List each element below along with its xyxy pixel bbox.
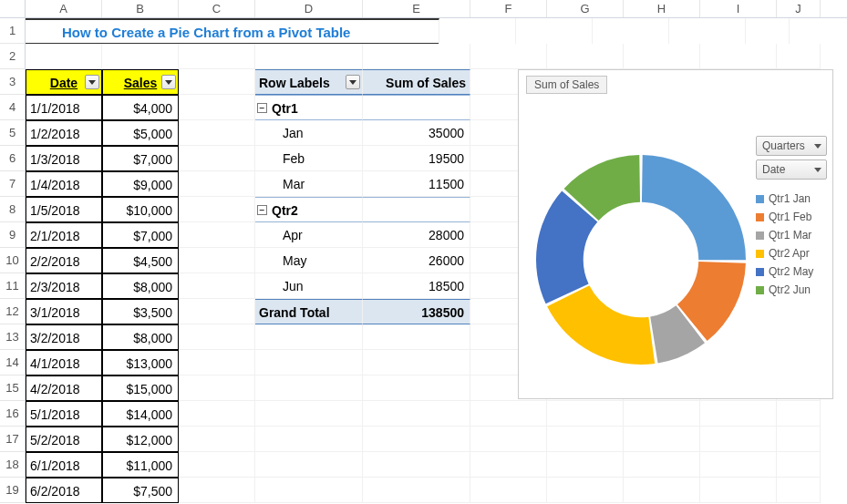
cell[interactable] — [255, 401, 363, 427]
cell[interactable] — [624, 427, 700, 452]
donut-slice[interactable] — [642, 155, 746, 260]
cell[interactable] — [777, 44, 821, 69]
data-cell-date[interactable]: 5/1/2018 — [26, 401, 102, 427]
cell[interactable] — [593, 18, 669, 44]
cell[interactable] — [624, 478, 700, 503]
data-cell-sales[interactable]: $13,000 — [102, 350, 179, 375]
cell[interactable]: Mar — [255, 171, 363, 197]
data-cell-date[interactable]: 2/2/2018 — [26, 248, 102, 273]
cell[interactable] — [255, 324, 363, 350]
cell[interactable] — [700, 427, 777, 452]
cell[interactable] — [179, 478, 255, 503]
data-cell-sales[interactable]: $9,000 — [102, 171, 179, 197]
data-cell-date[interactable]: 3/2/2018 — [26, 324, 102, 350]
data-cell-date[interactable]: 2/1/2018 — [26, 222, 102, 248]
pivot-qtr1[interactable]: −Qtr1 — [255, 95, 363, 120]
filter-button[interactable] — [85, 75, 99, 89]
cell[interactable]: 11500 — [363, 171, 470, 197]
data-cell-sales[interactable]: $3,500 — [102, 299, 179, 324]
cell[interactable] — [363, 478, 470, 503]
cell[interactable] — [777, 427, 821, 452]
cell[interactable] — [179, 146, 255, 171]
cell[interactable] — [179, 69, 255, 95]
cell[interactable] — [624, 452, 700, 478]
row-header[interactable]: 1 — [0, 18, 26, 44]
cell[interactable]: May — [255, 248, 363, 273]
cell[interactable]: 28000 — [363, 222, 470, 248]
cell[interactable] — [363, 452, 470, 478]
col-header-F[interactable]: F — [470, 0, 547, 17]
field-button-date[interactable]: Date — [756, 159, 827, 180]
collapse-icon[interactable]: − — [257, 205, 267, 215]
row-header[interactable]: 12 — [0, 299, 26, 324]
row-header[interactable]: 11 — [0, 273, 26, 299]
cell[interactable] — [777, 401, 821, 427]
data-cell-sales[interactable]: $5,000 — [102, 120, 179, 146]
pivot-qtr2[interactable]: −Qtr2 — [255, 197, 363, 222]
cell[interactable] — [363, 350, 470, 375]
cell[interactable]: Feb — [255, 146, 363, 171]
cell[interactable]: Apr — [255, 222, 363, 248]
cell[interactable] — [624, 401, 700, 427]
cell[interactable] — [700, 452, 777, 478]
cell[interactable] — [363, 44, 470, 69]
cell[interactable] — [26, 44, 102, 69]
cell[interactable] — [102, 44, 179, 69]
cell[interactable] — [179, 350, 255, 375]
cell[interactable] — [179, 222, 255, 248]
cell[interactable] — [547, 478, 624, 503]
pivot-rowlabels-header[interactable]: Row Labels — [255, 69, 363, 95]
row-header[interactable]: 4 — [0, 95, 26, 120]
collapse-icon[interactable]: − — [257, 103, 267, 113]
data-cell-date[interactable]: 1/1/2018 — [26, 95, 102, 120]
pivot-filter-button[interactable] — [346, 75, 360, 89]
row-header[interactable]: 2 — [0, 44, 26, 69]
cell[interactable] — [363, 427, 470, 452]
row-header[interactable]: 13 — [0, 324, 26, 350]
data-cell-sales[interactable]: $4,500 — [102, 248, 179, 273]
cell[interactable] — [179, 452, 255, 478]
data-cell-sales[interactable]: $7,000 — [102, 222, 179, 248]
cell[interactable] — [516, 18, 593, 44]
cell[interactable] — [547, 427, 624, 452]
cell[interactable] — [439, 18, 516, 44]
select-all-corner[interactable] — [0, 0, 26, 17]
row-header[interactable]: 6 — [0, 146, 26, 171]
data-cell-sales[interactable]: $7,000 — [102, 146, 179, 171]
cell[interactable]: 26000 — [363, 248, 470, 273]
cell[interactable] — [179, 299, 255, 324]
cell[interactable] — [179, 44, 255, 69]
pivot-value-header[interactable]: Sum of Sales — [363, 69, 470, 95]
row-header[interactable]: 14 — [0, 350, 26, 375]
cell[interactable] — [179, 95, 255, 120]
pivot-chart[interactable]: Sum of Sales Quarters Date Qtr1 JanQtr1 … — [518, 69, 833, 399]
chart-field-chip[interactable]: Sum of Sales — [526, 76, 607, 94]
cell[interactable] — [470, 401, 547, 427]
cell[interactable] — [255, 350, 363, 375]
data-cell-date[interactable]: 2/3/2018 — [26, 273, 102, 299]
cell[interactable] — [777, 478, 821, 503]
cell[interactable]: 18500 — [363, 273, 470, 299]
col-header-B[interactable]: B — [102, 0, 179, 17]
cell[interactable] — [777, 452, 821, 478]
col-header-C[interactable]: C — [179, 0, 255, 17]
cell[interactable] — [700, 401, 777, 427]
data-cell-date[interactable]: 4/2/2018 — [26, 375, 102, 401]
row-header[interactable]: 15 — [0, 375, 26, 401]
filter-button[interactable] — [161, 75, 176, 89]
data-cell-date[interactable]: 1/2/2018 — [26, 120, 102, 146]
data-cell-date[interactable]: 1/3/2018 — [26, 146, 102, 171]
cell[interactable] — [179, 375, 255, 401]
data-cell-sales[interactable]: $12,000 — [102, 427, 179, 452]
data-cell-date[interactable]: 6/2/2018 — [26, 478, 102, 503]
data-cell-date[interactable]: 1/4/2018 — [26, 171, 102, 197]
page-title[interactable]: How to Create a Pie Chart from a Pivot T… — [26, 18, 439, 44]
row-header[interactable]: 10 — [0, 248, 26, 273]
cell[interactable] — [363, 324, 470, 350]
cell[interactable] — [746, 18, 790, 44]
row-header[interactable]: 3 — [0, 69, 26, 95]
donut-slice[interactable] — [547, 285, 655, 365]
cell[interactable] — [255, 44, 363, 69]
cell[interactable] — [179, 324, 255, 350]
cell[interactable] — [470, 478, 547, 503]
